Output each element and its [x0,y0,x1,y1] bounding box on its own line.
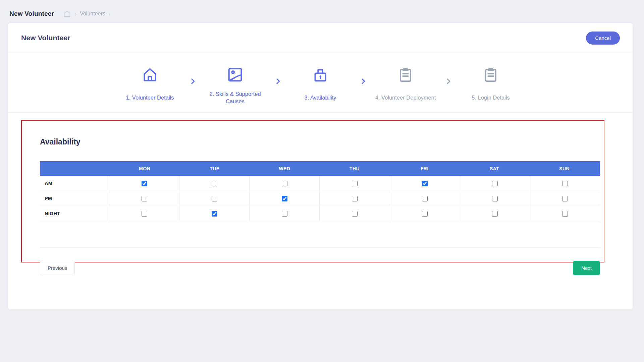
table-cell [249,176,319,191]
table-cell [179,206,249,221]
column-header-tue: TUE [180,162,250,175]
table-row-pm: PM [40,191,600,206]
table-cell [319,191,389,206]
table-cell [179,191,249,206]
table-row-night: NIGHT [40,206,600,221]
breadcrumb-separator: › [109,11,110,17]
home-icon [142,66,158,83]
cancel-button[interactable]: Cancel [586,32,620,45]
stepper-step-label: 3. Availability [304,84,336,111]
page-title: New Volunteer [9,10,54,17]
footer-buttons: Previous Next [40,261,600,275]
previous-button[interactable]: Previous [40,261,75,275]
column-header-empty [41,162,110,175]
stepper-step-label: 4. Volunteer Deployment [375,84,436,111]
table-cell [390,176,460,191]
table-cell [109,206,179,221]
availability-am-sat-checkbox[interactable] [492,181,498,186]
table-cell [319,206,389,221]
table-header-row: MONTUEWEDTHUFRISATSUN [40,161,600,176]
stepper-step-2[interactable]: 2. Skills & Supported Causes [200,53,271,112]
column-header-wed: WED [250,162,320,175]
stepper-step-4[interactable]: 4. Volunteer Deployment [370,53,441,112]
table-cell [390,191,460,206]
column-header-mon: MON [110,162,180,175]
new-volunteer-card: New Volunteer Cancel 1. Volunteer Detail… [8,23,633,309]
table-row-am: AM [40,176,600,191]
availability-pm-sun-checkbox[interactable] [562,196,568,201]
availability-night-sat-checkbox[interactable] [492,211,498,217]
table-cell [390,206,460,221]
column-header-sun: SUN [529,162,599,175]
chevron-right-icon [185,78,200,85]
stepper-step-label: 1. Volunteer Details [126,84,174,111]
availability-am-tue-checkbox[interactable] [212,181,217,186]
card-header: New Volunteer Cancel [8,23,633,53]
availability-am-wed-checkbox[interactable] [282,181,287,186]
table-cell [249,206,319,221]
availability-am-thu-checkbox[interactable] [352,181,358,186]
row-label: NIGHT [40,206,109,221]
breadcrumb-separator: › [75,11,76,17]
table-cell [109,176,179,191]
stepper: 1. Volunteer Details2. Skills & Supporte… [8,53,633,113]
availability-night-mon-checkbox[interactable] [142,211,147,217]
next-button[interactable]: Next [573,261,600,275]
availability-pm-wed-checkbox[interactable] [282,196,287,201]
table-cell [249,191,319,206]
breadcrumb: New Volunteer › Volunteers › [0,0,644,19]
table-cell [530,176,600,191]
image-icon [227,66,244,83]
section-title: Availability [40,137,633,146]
chevron-right-icon [271,78,285,85]
availability-night-fri-checkbox[interactable] [422,211,428,217]
stepper-step-label: 5. Login Details [472,84,510,111]
row-label: AM [40,176,109,191]
table-cell [460,191,530,206]
clipboard-icon [397,66,414,83]
availability-pm-fri-checkbox[interactable] [422,196,428,201]
column-header-sat: SAT [460,162,530,175]
availability-night-wed-checkbox[interactable] [282,211,287,217]
availability-pm-sat-checkbox[interactable] [492,196,498,201]
clipboard-icon [482,66,499,83]
column-header-fri: FRI [389,162,460,175]
availability-table: MONTUEWEDTHUFRISATSUNAMPMNIGHT [40,161,600,221]
card-title: New Volunteer [21,34,70,42]
home-icon[interactable] [63,9,71,18]
lock-icon [312,66,329,83]
availability-night-sun-checkbox[interactable] [562,211,568,217]
table-cell [460,206,530,221]
availability-am-sun-checkbox[interactable] [562,181,568,186]
table-cell [460,176,530,191]
chevron-right-icon [356,78,370,85]
table-cell [179,176,249,191]
stepper-step-1[interactable]: 1. Volunteer Details [114,53,185,112]
stepper-step-3[interactable]: 3. Availability [285,53,356,112]
availability-am-mon-checkbox[interactable] [142,181,147,186]
table-cell [319,176,389,191]
availability-pm-thu-checkbox[interactable] [352,196,358,201]
stepper-step-5[interactable]: 5. Login Details [455,53,526,112]
row-label: PM [40,191,109,206]
availability-pm-tue-checkbox[interactable] [212,196,217,201]
availability-am-fri-checkbox[interactable] [422,181,428,186]
availability-pm-mon-checkbox[interactable] [142,196,147,201]
breadcrumb-item-volunteers[interactable]: Volunteers [80,11,105,17]
table-cell [109,191,179,206]
table-cell [530,206,600,221]
availability-night-tue-checkbox[interactable] [212,211,217,217]
footer-divider [40,247,600,248]
stepper-step-label: 2. Skills & Supported Causes [200,84,271,111]
chevron-right-icon [441,78,455,85]
availability-night-thu-checkbox[interactable] [352,211,358,217]
column-header-thu: THU [320,162,390,175]
table-cell [530,191,600,206]
